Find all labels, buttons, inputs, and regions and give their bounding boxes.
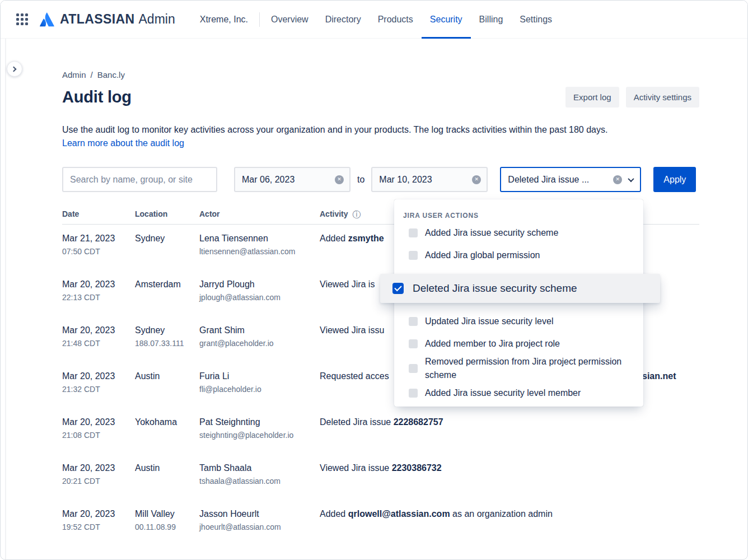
- checkbox[interactable]: [409, 228, 418, 237]
- nav-item-products[interactable]: Products: [370, 1, 422, 39]
- cell-location-main: Austin: [135, 370, 199, 383]
- breadcrumb-org[interactable]: Banc.ly: [97, 69, 125, 81]
- dropdown-item[interactable]: Deleted Jira issue security scheme: [380, 274, 660, 303]
- checkbox[interactable]: [409, 339, 418, 348]
- table-row[interactable]: Mar 20, 2023 20:21 CDT Austin Tamb Shaal…: [62, 454, 699, 500]
- cell-date-main: Mar 20, 2023: [62, 461, 135, 475]
- cell-actor-main: Grant Shim: [199, 324, 320, 337]
- info-icon[interactable]: ⓘ: [353, 210, 361, 218]
- checkbox[interactable]: [409, 251, 418, 260]
- app-switcher-icon[interactable]: [16, 13, 28, 25]
- cell-activity: Viewed Jira issue 2230386732: [320, 461, 699, 475]
- activity-filter-select[interactable]: Deleted Jira issue ... ✕: [500, 167, 641, 192]
- date-from-value: Mar 06, 2023: [242, 175, 335, 185]
- cell-activity-trailing: sian.net: [642, 370, 676, 383]
- cell-location: Yokohama: [135, 416, 199, 429]
- cell-actor-email: fli@placeholder.io: [199, 383, 320, 395]
- cell-activity: Deleted Jira issue 2228682757: [320, 416, 699, 429]
- dropdown-item-label: Added Jira global permission: [425, 249, 540, 262]
- cell-actor-email: jhoeurlt@atlassian.com: [199, 521, 320, 533]
- cell-date-main: Mar 20, 2023: [62, 416, 135, 429]
- activity-settings-button[interactable]: Activity settings: [626, 87, 699, 108]
- chevron-down-icon: [628, 175, 634, 181]
- cell-activity: Added qrlowell@atlassian.com as an organ…: [320, 507, 699, 521]
- cell-location-main: Sydney: [135, 324, 199, 337]
- date-to-field[interactable]: Mar 10, 2023 ✕: [371, 167, 488, 192]
- checkbox[interactable]: [409, 317, 418, 326]
- cell-location-main: Yokohama: [135, 416, 199, 429]
- dropdown-item[interactable]: Removed permission from Jira project per…: [394, 355, 643, 382]
- nav-divider: [259, 12, 260, 27]
- dropdown-list: Added Jira issue security scheme Added J…: [394, 222, 643, 404]
- cell-location-detail: 00.11.08.99: [135, 521, 199, 533]
- cell-location: Sydney 188.07.33.111: [135, 324, 199, 349]
- brand[interactable]: ATLASSIAN Admin: [39, 12, 175, 27]
- breadcrumb-admin[interactable]: Admin: [62, 69, 86, 81]
- cell-activity-text: Deleted Jira issue 2228682757: [320, 416, 699, 429]
- cell-date: Mar 20, 2023 21:32 CDT: [62, 370, 135, 395]
- cell-actor: Furia Li fli@placeholder.io: [199, 370, 320, 395]
- column-header-actor: Actor: [199, 209, 320, 219]
- dropdown-item[interactable]: Updated Jira issue security level: [394, 310, 643, 333]
- cell-actor-email: ltiensennen@atlassian.com: [199, 245, 320, 258]
- cell-actor-main: Jasson Hoeurlt: [199, 507, 320, 521]
- chevron-right-icon: [11, 66, 17, 72]
- clear-icon[interactable]: ✕: [472, 175, 481, 184]
- activity-filter-value: Deleted Jira issue ...: [508, 175, 613, 185]
- nav-item-directory[interactable]: Directory: [317, 1, 370, 39]
- nav-item-security[interactable]: Security: [422, 1, 471, 39]
- cell-actor: Tamb Shaala tshaala@atlassian.com: [199, 461, 320, 487]
- cell-time: 19:52 CDT: [62, 521, 135, 533]
- dropdown-item-label: Deleted Jira issue security scheme: [413, 282, 577, 295]
- checkbox[interactable]: [409, 364, 418, 373]
- dropdown-item[interactable]: Added member to Jira project role: [394, 333, 643, 355]
- cell-date-main: Mar 20, 2023: [62, 278, 135, 291]
- cell-location-main: Austin: [135, 461, 199, 475]
- collapsed-sidebar: [1, 39, 6, 559]
- date-from-field[interactable]: Mar 06, 2023 ✕: [234, 167, 350, 192]
- cell-time: 22:13 CDT: [62, 291, 135, 304]
- atlassian-logo-icon: [39, 12, 55, 27]
- nav-item-label: Directory: [325, 15, 361, 25]
- dropdown-item-label: Updated Jira issue security level: [425, 315, 553, 328]
- nav-item-settings[interactable]: Settings: [511, 1, 560, 39]
- cell-actor-main: Tamb Shaala: [199, 461, 320, 475]
- cell-actor-email: tshaala@atlassian.com: [199, 475, 320, 487]
- export-log-button[interactable]: Export log: [565, 87, 619, 108]
- cell-actor: Grant Shim grant@placeholder.io: [199, 324, 320, 349]
- breadcrumb-separator: /: [91, 69, 93, 81]
- date-range-to-label: to: [357, 175, 364, 185]
- nav-item-overview[interactable]: Overview: [263, 1, 317, 39]
- org-switcher[interactable]: Xtreme, Inc.: [200, 15, 248, 25]
- cell-date: Mar 20, 2023 21:48 CDT: [62, 324, 135, 349]
- cell-location-main: Amsterdam: [135, 278, 199, 291]
- brand-name: ATLASSIAN: [60, 12, 135, 27]
- admin-page: ATLASSIAN Admin Xtreme, Inc. OverviewDir…: [0, 0, 748, 560]
- cell-time: 20:21 CDT: [62, 475, 135, 487]
- checkbox[interactable]: [409, 389, 418, 398]
- table-row[interactable]: Mar 20, 2023 21:08 CDT Yokohama Pat Stei…: [62, 408, 699, 454]
- cell-date: Mar 21, 2023 07:50 CDT: [62, 232, 135, 258]
- clear-icon[interactable]: ✕: [335, 175, 344, 184]
- cell-actor: Lena Tiensennen ltiensennen@atlassian.co…: [199, 232, 320, 258]
- cell-actor: Jarryd Plough jplough@atlassian.com: [199, 278, 320, 304]
- sidebar-expand-button[interactable]: [7, 61, 22, 77]
- table-row[interactable]: Mar 20, 2023 19:52 CDT Mill Valley 00.11…: [62, 500, 699, 546]
- search-input[interactable]: [62, 167, 217, 192]
- dropdown-item[interactable]: Added Jira issue security scheme: [394, 222, 643, 244]
- cell-location-detail: 188.07.33.111: [135, 337, 199, 349]
- cell-actor: Jasson Hoeurlt jhoeurlt@atlassian.com: [199, 507, 320, 533]
- cell-date-main: Mar 21, 2023: [62, 232, 135, 245]
- dropdown-item[interactable]: Added Jira global permission: [394, 244, 643, 267]
- nav-item-billing[interactable]: Billing: [471, 1, 512, 39]
- column-header-activity-label: Activity: [320, 209, 348, 219]
- apply-button[interactable]: Apply: [653, 167, 696, 192]
- dropdown-item[interactable]: Added Jira issue security level member: [394, 382, 643, 404]
- checkbox[interactable]: [392, 283, 404, 294]
- filter-bar: Mar 06, 2023 ✕ to Mar 10, 2023 ✕ Deleted…: [62, 167, 699, 192]
- clear-icon[interactable]: ✕: [613, 175, 622, 184]
- cell-date: Mar 20, 2023 19:52 CDT: [62, 507, 135, 533]
- dropdown-item-label: Added Jira issue security level member: [425, 386, 581, 400]
- cell-time: 21:32 CDT: [62, 383, 135, 395]
- learn-more-link[interactable]: Learn more about the audit log: [62, 137, 184, 150]
